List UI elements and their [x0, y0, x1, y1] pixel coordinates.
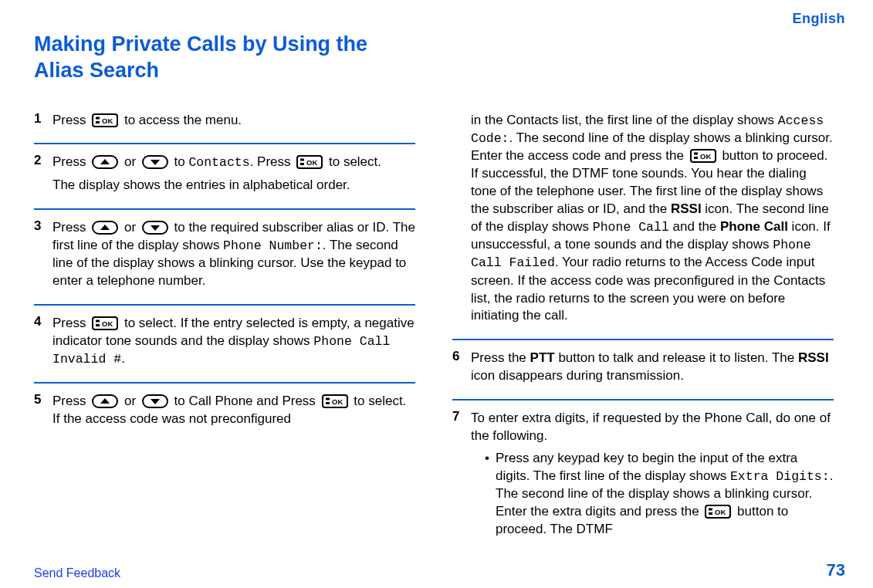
step-body: Press to select. If the entry selected i…	[52, 312, 415, 373]
down-nav-icon	[142, 155, 168, 169]
display-text: Phone Call	[593, 220, 669, 235]
rssi-label: RSSI	[798, 350, 829, 365]
rssi-label: RSSI	[671, 201, 702, 216]
send-feedback-link[interactable]: Send Feedback	[34, 566, 120, 580]
ok-button-icon	[296, 155, 323, 169]
step-number: 3	[34, 216, 52, 295]
down-nav-icon	[142, 221, 168, 235]
step-1: 1 Press to access the menu.	[34, 103, 415, 144]
up-nav-icon	[92, 155, 118, 169]
step-note: The display shows the entries in alphabe…	[52, 177, 415, 194]
step-5-left: 5 Press or to Call Phone and Press to se…	[34, 382, 415, 442]
page-number: 73	[827, 560, 845, 580]
phone-call-label: Phone Call	[720, 219, 788, 234]
display-text: Phone Number:	[223, 238, 323, 253]
step-number: 5	[34, 390, 52, 433]
ok-button-icon	[92, 113, 118, 127]
up-nav-icon	[92, 221, 118, 235]
step-body: Press to access the menu.	[52, 109, 415, 134]
step-number: 4	[34, 312, 52, 373]
ok-button-icon	[322, 394, 348, 408]
step-body: Press or to the required subscriber alia…	[52, 216, 415, 295]
ok-button-icon	[690, 149, 716, 163]
step7-intro: To enter extra digits, if requested by t…	[471, 410, 834, 445]
step-number: 7	[452, 407, 471, 542]
up-nav-icon	[92, 394, 118, 408]
page-root: English Making Private Calls by Using th…	[0, 0, 873, 588]
step-number: 1	[34, 109, 52, 134]
step-body: Press the PTT button to talk and release…	[471, 346, 834, 390]
step-body: To enter extra digits, if requested by t…	[471, 407, 834, 542]
step-4: 4 Press to select. If the entry selected…	[34, 304, 415, 382]
step-7: 7 To enter extra digits, if requested by…	[452, 399, 834, 551]
ok-button-icon	[92, 316, 118, 330]
list-item: Press any keypad key to begin the input …	[485, 450, 834, 539]
step-number: 2	[34, 150, 52, 198]
step-6: 6 Press the PTT button to talk and relea…	[452, 339, 834, 399]
ptt-label: PTT	[530, 350, 555, 365]
step-5-right: in the Contacts list, the first line of …	[452, 103, 834, 340]
step-body: in the Contacts list, the first line of …	[471, 109, 834, 330]
step-body: Press or to Call Phone and Press to sele…	[52, 390, 415, 433]
down-nav-icon	[142, 394, 168, 408]
step-3: 3 Press or to the required subscriber al…	[34, 208, 415, 304]
display-text: Contacts	[188, 155, 249, 170]
language-label: English	[34, 11, 845, 27]
right-column: in the Contacts list, the first line of …	[452, 103, 834, 556]
page-footer: Send Feedback 73	[34, 556, 845, 580]
step-body: Press or to Contacts. Press to select. T…	[52, 150, 415, 198]
content-columns: 1 Press to access the menu. 2 Press or	[34, 103, 845, 556]
step7-bullets: Press any keypad key to begin the input …	[471, 450, 834, 539]
step-number-empty	[452, 109, 471, 330]
page-title: Making Private Calls by Using the Alias …	[34, 32, 404, 84]
ok-button-icon	[705, 505, 731, 519]
display-text: Extra Digits:	[730, 469, 830, 484]
step-number: 6	[452, 346, 471, 390]
step-2: 2 Press or to Contacts. Press to select.…	[34, 143, 415, 208]
left-column: 1 Press to access the menu. 2 Press or	[34, 103, 415, 556]
